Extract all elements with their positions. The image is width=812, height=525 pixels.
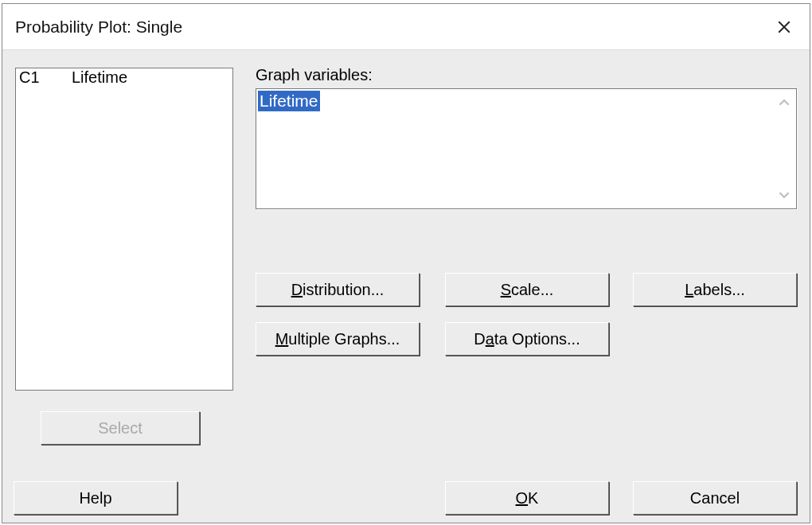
close-button[interactable] xyxy=(767,10,802,45)
close-icon xyxy=(777,20,791,34)
graph-variables-label: Graph variables: xyxy=(256,66,373,84)
column-list[interactable]: C1 Lifetime xyxy=(15,68,233,391)
ok-button[interactable]: OK xyxy=(445,481,609,515)
scroll-up[interactable] xyxy=(777,95,791,110)
chevron-down-icon xyxy=(779,189,790,200)
data-options-button[interactable]: Data Options... xyxy=(445,322,609,356)
scroll-down[interactable] xyxy=(777,188,791,202)
dialog-body: C1 Lifetime Graph variables: Lifetime Di… xyxy=(2,50,810,523)
graph-variables-selection: Lifetime xyxy=(258,91,320,111)
distribution-button[interactable]: Distribution... xyxy=(256,273,420,306)
scale-button[interactable]: Scale... xyxy=(445,273,609,306)
column-id: C1 xyxy=(19,68,57,87)
select-button: Select xyxy=(41,411,200,445)
labels-button[interactable]: Labels... xyxy=(633,273,797,306)
dialog-window: Probability Plot: Single C1 Lifetime Gra… xyxy=(2,3,810,523)
graph-variables-input[interactable]: Lifetime xyxy=(256,88,797,209)
help-button[interactable]: Help xyxy=(14,481,178,515)
list-item[interactable]: C1 Lifetime xyxy=(16,68,232,87)
multiple-graphs-button[interactable]: Multiple Graphs... xyxy=(256,322,420,356)
cancel-button[interactable]: Cancel xyxy=(633,481,797,515)
window-title: Probability Plot: Single xyxy=(15,18,182,37)
column-name: Lifetime xyxy=(72,68,127,87)
titlebar: Probability Plot: Single xyxy=(2,4,810,50)
chevron-up-icon xyxy=(779,97,790,108)
